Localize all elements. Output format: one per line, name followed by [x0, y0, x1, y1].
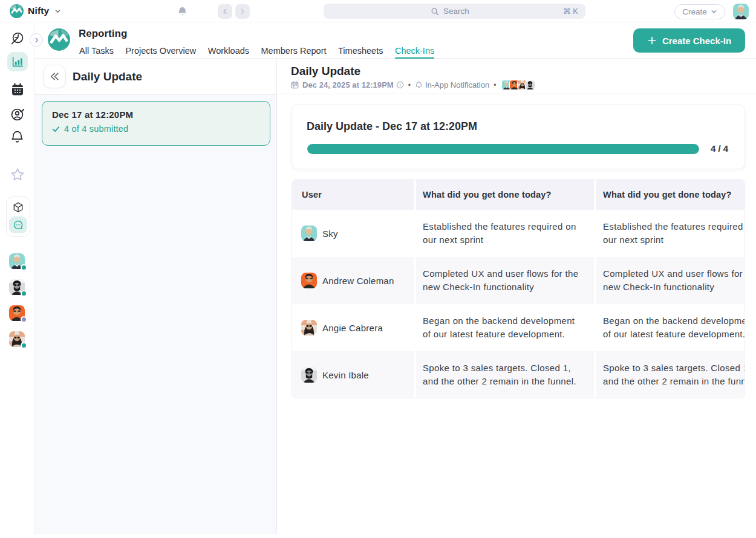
- table-cell-answer[interactable]: Began on the backend development of our …: [596, 304, 745, 351]
- collapse-panel-button[interactable]: [43, 65, 66, 88]
- table-cell-answer[interactable]: Began on the backend development of our …: [416, 304, 594, 351]
- project-header: Reporting All Tasks Projects Overview Wo…: [34, 22, 756, 59]
- tab-timesheets[interactable]: Timesheets: [338, 44, 383, 59]
- avatar-kevin: [301, 367, 317, 383]
- goals-icon[interactable]: [0, 106, 34, 122]
- bell-small-icon: [415, 81, 423, 89]
- progress-card-title: Daily Update - Dec 17 at 12:20PM: [307, 120, 477, 133]
- meta-separator: •: [494, 81, 496, 89]
- progress-count: 4 / 4: [711, 143, 728, 154]
- table-cell-answer[interactable]: Established the features required on our…: [596, 210, 745, 257]
- participant-avatars[interactable]: [501, 80, 535, 90]
- table-cell-answer[interactable]: Spoke to 3 sales targets. Closed 1, and …: [596, 351, 745, 398]
- tab-projects-overview[interactable]: Projects Overview: [125, 44, 196, 59]
- create-check-in-button[interactable]: Create Check-In: [633, 28, 745, 53]
- avatar-sky: [301, 225, 317, 241]
- discussions-icon-active[interactable]: [9, 216, 27, 233]
- chevron-right-icon: [239, 8, 246, 15]
- create-check-in-label: Create Check-In: [662, 36, 731, 46]
- table-cell-answer[interactable]: Completed UX and user flows for the new …: [416, 257, 594, 304]
- info-icon[interactable]: [396, 81, 404, 89]
- avatar-andrew: [301, 273, 317, 288]
- chevron-left-icon: [221, 8, 229, 15]
- reporting-icon-active[interactable]: [0, 52, 34, 71]
- plus-icon: [647, 36, 657, 45]
- column-header-user[interactable]: User: [292, 180, 414, 210]
- project-logo: [48, 28, 70, 51]
- search-shortcut: ⌘ K: [563, 7, 578, 16]
- nifty-logo-icon: [10, 4, 24, 18]
- table-cell-answer[interactable]: Established the features required on our…: [416, 210, 594, 257]
- status-dot-online: [21, 342, 27, 349]
- notifications-bell-icon[interactable]: [177, 6, 187, 16]
- modules-cube-icon[interactable]: [12, 201, 24, 213]
- meta-separator: •: [408, 81, 411, 89]
- user-name: Angie Cabrera: [322, 323, 383, 333]
- double-chevron-left-icon: [48, 70, 61, 83]
- member-avatar-andrew[interactable]: [9, 305, 25, 321]
- checkin-meta: Dec 24, 2025 at 12:19PM • In-App Notific…: [291, 80, 535, 90]
- panel-title: Daily Update: [73, 70, 142, 83]
- search-icon: [431, 7, 439, 16]
- column-header-q1[interactable]: What did you get done today?: [416, 180, 594, 210]
- favorites-star-icon[interactable]: [0, 167, 34, 183]
- bell-icon[interactable]: [0, 129, 34, 144]
- checkin-date: Dec 24, 2025 at 12:19PM: [302, 80, 394, 89]
- table-row-user[interactable]: Andrew Coleman: [292, 257, 414, 304]
- table-row-user[interactable]: Sky: [292, 210, 414, 257]
- checkins-panel: Daily Update Dec 17 at 12:20PM 4 of 4 su…: [35, 59, 277, 534]
- create-button-label: Create: [682, 7, 707, 16]
- workspace-switcher[interactable]: Nifty: [10, 4, 61, 18]
- chevron-down-icon: [54, 8, 61, 15]
- tab-check-ins[interactable]: Check-Ins: [395, 44, 434, 59]
- workspace-name: Nifty: [28, 5, 49, 16]
- user-name: Kevin Ibale: [322, 370, 369, 380]
- active-tile: [7, 52, 28, 71]
- calendar-small-icon: [291, 81, 299, 89]
- report-tabs: All Tasks Projects Overview Workloads Me…: [79, 44, 434, 59]
- status-dot-online: [21, 264, 27, 271]
- checkin-item-status: 4 of 4 submitted: [64, 124, 128, 134]
- create-button[interactable]: Create: [674, 4, 725, 19]
- progress-bar: [307, 144, 699, 154]
- panel-body: Dec 17 at 12:20PM 4 of 4 submitted: [35, 96, 276, 531]
- topbar: Nifty Search ⌘ K Create: [0, 0, 756, 22]
- notification-type: In-App Notification: [425, 80, 489, 89]
- search-placeholder: Search: [443, 7, 469, 16]
- member-avatar-kevin[interactable]: [9, 279, 25, 295]
- check-icon: [52, 125, 60, 133]
- panel-header: Daily Update: [35, 59, 276, 95]
- tab-all-tasks[interactable]: All Tasks: [79, 44, 114, 59]
- user-name: Sky: [322, 228, 338, 239]
- icon-rail: [0, 22, 34, 534]
- avatar-angie: [301, 320, 317, 335]
- main-header: Daily Update Dec 24, 2025 at 12:19PM • I…: [278, 59, 756, 94]
- chevron-right-icon: [33, 37, 40, 44]
- checkin-title: Daily Update: [291, 65, 360, 78]
- modules-group: [6, 196, 30, 237]
- tab-workloads[interactable]: Workloads: [208, 44, 249, 59]
- table-cell-answer[interactable]: Spoke to 3 sales targets. Closed 1, and …: [416, 351, 594, 398]
- checkin-list-item-selected[interactable]: Dec 17 at 12:20PM 4 of 4 submitted: [42, 101, 270, 146]
- user-avatar[interactable]: [733, 4, 749, 19]
- calendar-icon[interactable]: [0, 82, 34, 97]
- responses-table: User What did you get done today? What d…: [292, 179, 745, 398]
- status-dot-online: [21, 290, 27, 297]
- column-header-q2[interactable]: What did you get done today?: [596, 180, 745, 210]
- table-row-user[interactable]: Angie Cabrera: [292, 304, 414, 351]
- history-back-button[interactable]: [218, 4, 232, 19]
- history-forward-button[interactable]: [235, 4, 250, 19]
- table-cell-answer[interactable]: Completed UX and user flows for the new …: [596, 257, 745, 304]
- user-name: Andrew Coleman: [322, 276, 394, 286]
- sidebar-expand-button[interactable]: [30, 33, 43, 47]
- search-input[interactable]: Search ⌘ K: [324, 4, 585, 19]
- tab-members-report[interactable]: Members Report: [261, 44, 327, 59]
- checkin-item-date: Dec 17 at 12:20PM: [52, 109, 260, 120]
- table-row-user[interactable]: Kevin Ibale: [292, 351, 414, 398]
- member-avatar-sky[interactable]: [9, 253, 25, 269]
- member-avatar-angie[interactable]: [9, 331, 25, 347]
- chevron-down-icon: [711, 8, 717, 15]
- progress-card: Daily Update - Dec 17 at 12:20PM 4 / 4: [292, 105, 745, 169]
- project-title: Reporting: [79, 28, 127, 40]
- main-content: Daily Update Dec 24, 2025 at 12:19PM • I…: [278, 59, 756, 538]
